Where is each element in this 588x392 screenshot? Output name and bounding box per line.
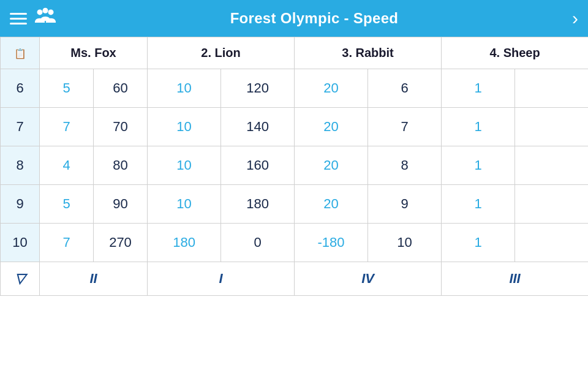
filter-icon: ▽ [15,271,25,287]
fox_b-cell: 5 [40,185,94,224]
sheep_a-cell: 6 [368,69,442,108]
rabbit_a-cell: 0 [221,224,295,262]
row-number-header: 📋 [1,37,40,69]
lion_a-cell: 70 [94,108,148,146]
table-row: 60560101202061 [1,69,589,108]
svg-point-0 [37,9,43,15]
table-row: 77770101402071 [1,108,589,146]
svg-point-2 [43,8,48,13]
page-title: Forest Olympic - Speed [56,10,572,27]
sheep-rank: III [442,262,588,296]
rabbit_a-cell: 120 [221,69,295,108]
lion_a-cell: 90 [94,185,148,224]
fox_b-cell: 7 [40,224,94,262]
fox_b-cell: 4 [40,146,94,185]
fox-rank: II [40,262,148,296]
row-number: 7 [1,108,40,146]
rabbit_b-cell: 20 [295,108,368,146]
header-left-controls [10,6,56,31]
fox_b-cell: 7 [40,108,94,146]
rabbit_a-cell: 180 [221,185,295,224]
sheep_a-cell: 10 [368,224,442,262]
lion_b-cell: 10 [148,69,221,108]
rabbit_b-cell: 20 [295,69,368,108]
lion_a-cell: 60 [94,69,148,108]
rabbit_a-cell: 160 [221,146,295,185]
sheep_b-cell: 1 [442,185,515,224]
svg-point-1 [48,9,54,15]
sheep_a-cell: 9 [368,185,442,224]
lion-header: 2. Lion [148,37,295,69]
next-button[interactable]: › [572,9,578,28]
lion_b-cell: 10 [148,108,221,146]
sheep_b-cell: 1 [442,69,515,108]
sheep_b-cell: 1 [442,146,515,185]
rabbit_a-cell: 140 [221,108,295,146]
scores-table: 📋 Ms. Fox 2. Lion 3. Rabbit 4. Sheep 605… [0,37,588,296]
lion_b-cell: 180 [148,224,221,262]
rabbit-rank: IV [295,262,442,296]
row-number: 6 [1,69,40,108]
lion_a-cell: 270 [94,224,148,262]
sheep-header: 4. Sheep [442,37,588,69]
sheep_b-cell: 1 [442,108,515,146]
row-number: 9 [1,185,40,224]
sheep_b-cell: 1 [442,224,515,262]
row-number: 8 [1,146,40,185]
row-number: 10 [1,224,40,262]
scores-table-wrapper: 📋 Ms. Fox 2. Lion 3. Rabbit 4. Sheep 605… [0,37,588,296]
lion_b-cell: 10 [148,146,221,185]
rabbit_b-cell: 20 [295,185,368,224]
rabbit_b-cell: 20 [295,146,368,185]
menu-icon[interactable] [10,13,27,24]
fox-header: Ms. Fox [40,37,148,69]
table-row: 95590101802091 [1,185,589,224]
rabbit-header: 3. Rabbit [295,37,442,69]
lion-rank: I [148,262,295,296]
filter-icon-cell[interactable]: ▽ [1,262,40,296]
table-row: 88480101602081 [1,146,589,185]
sheep_a-cell: 8 [368,146,442,185]
footer-row: ▽ II I IV III [1,262,589,296]
sheep_a-cell: 7 [368,108,442,146]
rabbit_b-cell: -180 [295,224,368,262]
lion_a-cell: 80 [94,146,148,185]
table-row: 10872701800-180101 [1,224,589,262]
app-header: Forest Olympic - Speed › [0,0,588,37]
fox_b-cell: 5 [40,69,94,108]
group-icon[interactable] [34,6,56,31]
lion_b-cell: 10 [148,185,221,224]
